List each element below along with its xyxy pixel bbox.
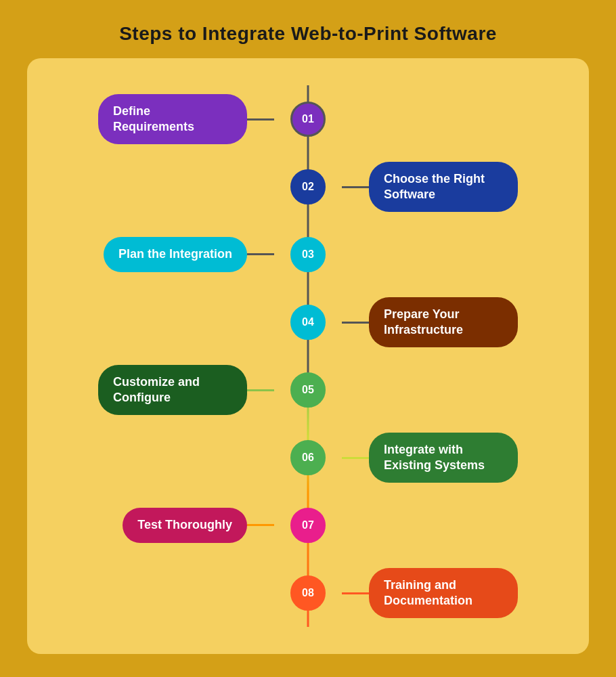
- step-left-01: Define Requirements: [68, 94, 308, 145]
- step-row-04: 04Prepare Your Infrastructure: [68, 288, 548, 356]
- step-circle-container-08: 08: [290, 575, 326, 611]
- step-right-06: Integrate with Existing Systems: [308, 433, 548, 483]
- step-label-05: Customize and Configure: [98, 365, 247, 416]
- step-label-06: Integrate with Existing Systems: [369, 433, 518, 483]
- step-row-03: Plan the Integration03: [68, 221, 548, 288]
- step-right-02: Choose the Right Software: [308, 162, 548, 213]
- step-circle-06: 06: [290, 440, 326, 475]
- step-left-05: Customize and Configure: [68, 365, 308, 416]
- connector-line-03: [247, 253, 274, 255]
- connector-line-05: [247, 389, 274, 391]
- step-circle-01: 01: [290, 102, 326, 137]
- step-left-07: Test Thoroughly: [68, 508, 308, 542]
- step-circle-container-02: 02: [290, 169, 326, 204]
- step-label-07: Test Thoroughly: [123, 508, 247, 542]
- step-label-04: Prepare Your Infrastructure: [369, 297, 518, 348]
- step-circle-05: 05: [290, 372, 326, 408]
- step-circle-container-03: 03: [290, 237, 326, 272]
- step-label-08: Training and Documentation: [369, 568, 518, 619]
- page-title: Steps to Integrate Web-to-Print Software: [119, 23, 497, 45]
- step-row-07: Test Thoroughly07: [68, 492, 548, 559]
- step-circle-03: 03: [290, 237, 326, 272]
- step-circle-container-05: 05: [290, 372, 326, 408]
- step-circle-container-01: 01: [290, 102, 326, 137]
- connector-line-02: [342, 186, 369, 188]
- step-circle-07: 07: [290, 508, 326, 543]
- step-circle-container-06: 06: [290, 440, 326, 475]
- step-row-08: 08Training and Documentation: [68, 559, 548, 627]
- step-row-01: Define Requirements01: [68, 85, 548, 153]
- connector-line-06: [342, 457, 369, 459]
- step-row-02: 02Choose the Right Software: [68, 153, 548, 221]
- connector-line-04: [342, 322, 369, 324]
- connector-line-01: [247, 118, 274, 121]
- step-circle-04: 04: [290, 305, 326, 340]
- timeline: Define Requirements0102Choose the Right …: [68, 85, 548, 627]
- step-right-08: Training and Documentation: [308, 568, 548, 619]
- step-row-05: Customize and Configure05: [68, 356, 548, 424]
- connector-line-07: [247, 524, 274, 526]
- step-left-03: Plan the Integration: [68, 237, 308, 271]
- step-circle-container-07: 07: [290, 508, 326, 543]
- infographic-card: Define Requirements0102Choose the Right …: [27, 58, 589, 654]
- step-row-06: 06Integrate with Existing Systems: [68, 424, 548, 492]
- step-circle-02: 02: [290, 169, 326, 204]
- step-label-02: Choose the Right Software: [369, 162, 518, 213]
- step-right-04: Prepare Your Infrastructure: [308, 297, 548, 348]
- step-circle-container-04: 04: [290, 305, 326, 340]
- step-circle-08: 08: [290, 575, 326, 611]
- step-label-03: Plan the Integration: [104, 237, 247, 271]
- connector-line-08: [342, 592, 369, 594]
- step-label-01: Define Requirements: [98, 94, 247, 145]
